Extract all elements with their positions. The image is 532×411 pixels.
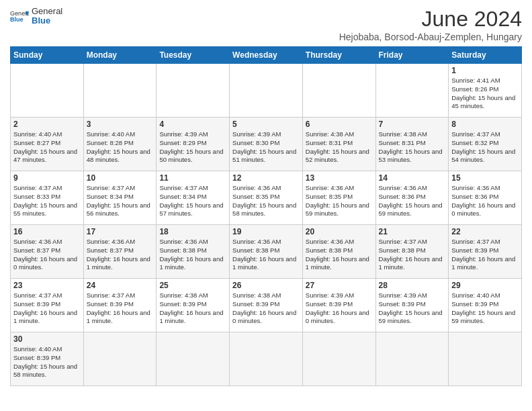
calendar-cell: 3Sunrise: 4:40 AM Sunset: 8:28 PM Daylig… bbox=[83, 118, 157, 171]
calendar-cell: 30Sunrise: 4:40 AM Sunset: 8:39 PM Dayli… bbox=[11, 332, 84, 386]
day-number: 27 bbox=[306, 281, 373, 290]
day-info: Sunrise: 4:39 AM Sunset: 8:29 PM Dayligh… bbox=[159, 130, 226, 165]
calendar-cell: 1Sunrise: 4:41 AM Sunset: 8:26 PM Daylig… bbox=[449, 64, 522, 118]
calendar-cell bbox=[302, 332, 375, 386]
calendar-week-row: 9Sunrise: 4:37 AM Sunset: 8:33 PM Daylig… bbox=[11, 171, 522, 225]
day-info: Sunrise: 4:39 AM Sunset: 8:39 PM Dayligh… bbox=[306, 291, 373, 326]
day-number: 19 bbox=[232, 227, 300, 236]
calendar-cell: 7Sunrise: 4:38 AM Sunset: 8:31 PM Daylig… bbox=[375, 118, 449, 171]
location-subtitle: Hejobaba, Borsod-Abauj-Zemplen, Hungary bbox=[339, 32, 522, 42]
logo-blue-text: Blue bbox=[32, 16, 62, 26]
weekday-header-thursday: Thursday bbox=[302, 47, 375, 64]
day-number: 11 bbox=[159, 173, 226, 183]
weekday-header-tuesday: Tuesday bbox=[157, 47, 230, 64]
day-info: Sunrise: 4:38 AM Sunset: 8:31 PM Dayligh… bbox=[379, 130, 446, 165]
day-info: Sunrise: 4:37 AM Sunset: 8:32 PM Dayligh… bbox=[451, 130, 519, 165]
day-info: Sunrise: 4:36 AM Sunset: 8:38 PM Dayligh… bbox=[306, 238, 373, 272]
day-number: 21 bbox=[379, 227, 446, 236]
day-info: Sunrise: 4:36 AM Sunset: 8:38 PM Dayligh… bbox=[232, 238, 300, 272]
day-number: 8 bbox=[451, 120, 519, 129]
day-number: 5 bbox=[232, 120, 300, 129]
calendar-cell: 2Sunrise: 4:40 AM Sunset: 8:27 PM Daylig… bbox=[11, 118, 84, 171]
calendar-week-row: 30Sunrise: 4:40 AM Sunset: 8:39 PM Dayli… bbox=[11, 332, 522, 386]
day-number: 13 bbox=[306, 173, 373, 183]
day-number: 12 bbox=[232, 173, 300, 183]
calendar-cell: 14Sunrise: 4:36 AM Sunset: 8:36 PM Dayli… bbox=[375, 171, 449, 225]
calendar-cell: 29Sunrise: 4:40 AM Sunset: 8:39 PM Dayli… bbox=[449, 279, 522, 332]
weekday-header-wednesday: Wednesday bbox=[230, 47, 303, 64]
calendar-cell: 10Sunrise: 4:37 AM Sunset: 8:34 PM Dayli… bbox=[83, 171, 157, 225]
day-number: 3 bbox=[87, 120, 154, 129]
calendar-cell: 17Sunrise: 4:36 AM Sunset: 8:37 PM Dayli… bbox=[83, 225, 157, 279]
day-info: Sunrise: 4:41 AM Sunset: 8:26 PM Dayligh… bbox=[451, 77, 519, 111]
day-info: Sunrise: 4:38 AM Sunset: 8:39 PM Dayligh… bbox=[159, 291, 226, 326]
day-info: Sunrise: 4:36 AM Sunset: 8:36 PM Dayligh… bbox=[379, 184, 446, 218]
day-number: 7 bbox=[379, 120, 446, 129]
calendar-week-row: 2Sunrise: 4:40 AM Sunset: 8:27 PM Daylig… bbox=[11, 118, 522, 171]
calendar-cell: 21Sunrise: 4:37 AM Sunset: 8:38 PM Dayli… bbox=[375, 225, 449, 279]
weekday-header-sunday: Sunday bbox=[11, 47, 84, 64]
day-info: Sunrise: 4:36 AM Sunset: 8:36 PM Dayligh… bbox=[451, 184, 519, 218]
calendar-cell: 15Sunrise: 4:36 AM Sunset: 8:36 PM Dayli… bbox=[449, 171, 522, 225]
logo: General Blue General Blue bbox=[10, 7, 62, 26]
day-number: 20 bbox=[306, 227, 373, 236]
day-number: 30 bbox=[13, 334, 81, 344]
day-number: 16 bbox=[13, 227, 81, 236]
day-info: Sunrise: 4:36 AM Sunset: 8:35 PM Dayligh… bbox=[306, 184, 373, 218]
day-info: Sunrise: 4:40 AM Sunset: 8:39 PM Dayligh… bbox=[451, 291, 519, 326]
day-info: Sunrise: 4:40 AM Sunset: 8:39 PM Dayligh… bbox=[13, 345, 81, 379]
day-number: 10 bbox=[87, 173, 154, 183]
day-number: 29 bbox=[451, 281, 519, 290]
day-info: Sunrise: 4:37 AM Sunset: 8:34 PM Dayligh… bbox=[159, 184, 226, 218]
calendar-week-row: 16Sunrise: 4:36 AM Sunset: 8:37 PM Dayli… bbox=[11, 225, 522, 279]
day-number: 23 bbox=[13, 281, 81, 290]
day-info: Sunrise: 4:38 AM Sunset: 8:39 PM Dayligh… bbox=[232, 291, 300, 326]
weekday-header-friday: Friday bbox=[375, 47, 449, 64]
day-number: 24 bbox=[87, 281, 154, 290]
day-number: 18 bbox=[159, 227, 226, 236]
calendar-cell bbox=[375, 64, 449, 118]
calendar-header-row: SundayMondayTuesdayWednesdayThursdayFrid… bbox=[11, 47, 522, 64]
calendar-cell bbox=[230, 332, 303, 386]
calendar-cell bbox=[157, 64, 230, 118]
calendar-table: SundayMondayTuesdayWednesdayThursdayFrid… bbox=[10, 46, 522, 386]
calendar-week-row: 23Sunrise: 4:37 AM Sunset: 8:39 PM Dayli… bbox=[11, 279, 522, 332]
day-info: Sunrise: 4:36 AM Sunset: 8:37 PM Dayligh… bbox=[13, 238, 81, 272]
calendar-cell bbox=[83, 64, 157, 118]
day-info: Sunrise: 4:39 AM Sunset: 8:30 PM Dayligh… bbox=[232, 130, 300, 165]
calendar-cell: 12Sunrise: 4:36 AM Sunset: 8:35 PM Dayli… bbox=[230, 171, 303, 225]
calendar-cell: 5Sunrise: 4:39 AM Sunset: 8:30 PM Daylig… bbox=[230, 118, 303, 171]
day-info: Sunrise: 4:38 AM Sunset: 8:31 PM Dayligh… bbox=[306, 130, 373, 165]
weekday-header-monday: Monday bbox=[83, 47, 157, 64]
day-info: Sunrise: 4:37 AM Sunset: 8:39 PM Dayligh… bbox=[13, 291, 81, 326]
day-info: Sunrise: 4:37 AM Sunset: 8:38 PM Dayligh… bbox=[379, 238, 446, 272]
calendar-cell: 9Sunrise: 4:37 AM Sunset: 8:33 PM Daylig… bbox=[11, 171, 84, 225]
weekday-header-saturday: Saturday bbox=[449, 47, 522, 64]
calendar-cell: 27Sunrise: 4:39 AM Sunset: 8:39 PM Dayli… bbox=[302, 279, 375, 332]
calendar-cell: 28Sunrise: 4:39 AM Sunset: 8:39 PM Dayli… bbox=[375, 279, 449, 332]
calendar-cell bbox=[449, 332, 522, 386]
calendar-cell: 26Sunrise: 4:38 AM Sunset: 8:39 PM Dayli… bbox=[230, 279, 303, 332]
day-number: 1 bbox=[451, 66, 519, 75]
day-number: 2 bbox=[13, 120, 81, 129]
calendar-cell bbox=[302, 64, 375, 118]
calendar-cell: 4Sunrise: 4:39 AM Sunset: 8:29 PM Daylig… bbox=[157, 118, 230, 171]
calendar-cell: 24Sunrise: 4:37 AM Sunset: 8:39 PM Dayli… bbox=[83, 279, 157, 332]
day-number: 9 bbox=[13, 173, 81, 183]
calendar-cell: 20Sunrise: 4:36 AM Sunset: 8:38 PM Dayli… bbox=[302, 225, 375, 279]
calendar-cell: 13Sunrise: 4:36 AM Sunset: 8:35 PM Dayli… bbox=[302, 171, 375, 225]
calendar-cell bbox=[375, 332, 449, 386]
calendar-cell bbox=[11, 64, 84, 118]
day-number: 17 bbox=[87, 227, 154, 236]
day-info: Sunrise: 4:39 AM Sunset: 8:39 PM Dayligh… bbox=[379, 291, 446, 326]
calendar-cell: 18Sunrise: 4:36 AM Sunset: 8:38 PM Dayli… bbox=[157, 225, 230, 279]
day-info: Sunrise: 4:36 AM Sunset: 8:38 PM Dayligh… bbox=[159, 238, 226, 272]
calendar-cell: 25Sunrise: 4:38 AM Sunset: 8:39 PM Dayli… bbox=[157, 279, 230, 332]
svg-text:Blue: Blue bbox=[10, 17, 24, 24]
day-number: 14 bbox=[379, 173, 446, 183]
day-number: 22 bbox=[451, 227, 519, 236]
day-info: Sunrise: 4:36 AM Sunset: 8:37 PM Dayligh… bbox=[87, 238, 154, 272]
calendar-cell: 11Sunrise: 4:37 AM Sunset: 8:34 PM Dayli… bbox=[157, 171, 230, 225]
calendar-cell: 23Sunrise: 4:37 AM Sunset: 8:39 PM Dayli… bbox=[11, 279, 84, 332]
day-info: Sunrise: 4:37 AM Sunset: 8:39 PM Dayligh… bbox=[451, 238, 519, 272]
